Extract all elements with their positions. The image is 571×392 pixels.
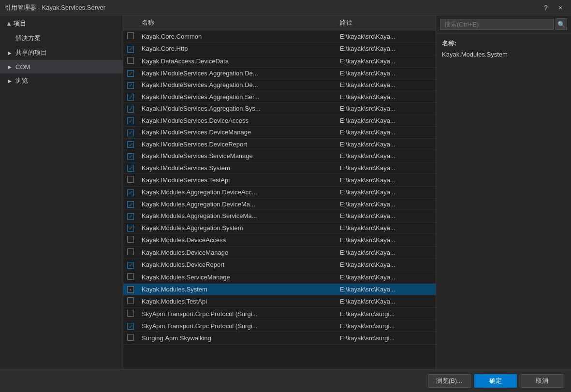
checkbox-cell[interactable] [123, 222, 137, 234]
checkbox[interactable] [127, 46, 134, 53]
checkbox[interactable] [127, 248, 134, 255]
checkbox[interactable] [127, 323, 134, 330]
checkbox-cell[interactable] [123, 271, 137, 283]
table-row[interactable]: Kayak.Modules.Aggregation.DeviceMa...E:\… [123, 198, 436, 210]
arrow-icon [6, 34, 14, 42]
sidebar-item-com[interactable]: ▶ COM [0, 60, 123, 73]
checkbox-cell[interactable] [123, 187, 137, 199]
table-row[interactable]: SkyApm.Transport.Grpc.Protocol (Surgi...… [123, 307, 436, 320]
detail-value: Kayak.Modules.System [442, 51, 565, 58]
table-row[interactable]: Kayak.IModuleServices.Aggregation.Sys...… [123, 103, 436, 115]
table-row[interactable]: Kayak.IModuleServices.ServiceManageE:\ka… [123, 150, 436, 162]
checkbox[interactable] [127, 273, 134, 280]
browse-button[interactable]: 浏览(B)... [428, 374, 470, 388]
table-row[interactable]: Kayak.Modules.DeviceManageE:\kayak\src\K… [123, 247, 436, 259]
reference-path: E:\kayak\src\Kaya... [335, 198, 436, 210]
table-row[interactable]: Kayak.IModuleServices.Aggregation.De...E… [123, 67, 436, 79]
table-row[interactable]: Kayak.Core.CommonE:\kayak\src\Kaya... [123, 30, 436, 43]
checkbox[interactable] [127, 286, 134, 293]
ok-button[interactable]: 确定 [474, 374, 517, 388]
checkbox-cell[interactable] [123, 103, 137, 115]
table-row[interactable]: Surging.Apm.SkywalkingE:\kayak\src\surgi… [123, 332, 436, 345]
col-name-header[interactable]: 名称 [137, 15, 335, 30]
checkbox-cell[interactable] [123, 43, 137, 55]
close-button[interactable]: × [555, 2, 566, 14]
checkbox-cell[interactable] [123, 91, 137, 103]
checkbox-cell[interactable] [123, 162, 137, 174]
table-row[interactable]: Kayak.DataAccess.DeviceDataE:\kayak\src\… [123, 55, 436, 67]
reference-name: Kayak.IModuleServices.TestApi [137, 174, 335, 187]
table-row[interactable]: Kayak.IModuleServices.Aggregation.Ser...… [123, 91, 436, 103]
checkbox-cell[interactable] [123, 332, 137, 345]
table-row[interactable]: Kayak.Modules.ServiceManageE:\kayak\src\… [123, 271, 436, 283]
checkbox-cell[interactable] [123, 234, 137, 247]
checkbox-cell[interactable] [123, 295, 137, 307]
checkbox[interactable] [127, 213, 134, 220]
checkbox[interactable] [127, 165, 134, 172]
checkbox[interactable] [127, 153, 134, 160]
search-bar: 🔍 [436, 15, 571, 33]
checkbox-cell[interactable] [123, 67, 137, 79]
table-row[interactable]: Kayak.Modules.SystemE:\kayak\src\Kaya... [123, 283, 436, 295]
checkbox-cell[interactable] [123, 138, 137, 150]
checkbox[interactable] [127, 334, 134, 341]
checkbox-cell[interactable] [123, 247, 137, 259]
sidebar-item-shared[interactable]: ▶ 共享的项目 [0, 45, 123, 60]
checkbox-cell[interactable] [123, 320, 137, 332]
arrow-icon: ▶ [6, 49, 14, 57]
checkbox[interactable] [127, 82, 134, 89]
table-row[interactable]: Kayak.IModuleServices.DeviceManageE:\kay… [123, 127, 436, 139]
checkbox[interactable] [127, 297, 134, 304]
search-input[interactable] [440, 19, 554, 30]
checkbox[interactable] [127, 262, 134, 269]
table-row[interactable]: Kayak.Modules.Aggregation.DeviceAcc...E:… [123, 187, 436, 199]
checkbox[interactable] [127, 310, 134, 317]
checkbox[interactable] [127, 225, 134, 232]
search-button[interactable]: 🔍 [556, 18, 567, 30]
sidebar-section-header[interactable]: ▲ 项目 [0, 15, 123, 31]
checkbox-cell[interactable] [123, 283, 137, 295]
checkbox-cell[interactable] [123, 127, 137, 139]
checkbox[interactable] [127, 176, 134, 183]
table-row[interactable]: Kayak.Modules.Aggregation.ServiceMa...E:… [123, 210, 436, 222]
table-row[interactable]: Kayak.IModuleServices.DeviceAccessE:\kay… [123, 115, 436, 127]
checkbox[interactable] [127, 106, 134, 113]
table-row[interactable]: Kayak.Modules.DeviceReportE:\kayak\src\K… [123, 259, 436, 271]
checkbox[interactable] [127, 201, 134, 208]
table-row[interactable]: Kayak.IModuleServices.SystemE:\kayak\src… [123, 162, 436, 174]
detail-area: 名称: Kayak.Modules.System [436, 33, 571, 369]
table-row[interactable]: Kayak.Modules.DeviceAccessE:\kayak\src\K… [123, 234, 436, 247]
table-row[interactable]: Kayak.Modules.Aggregation.SystemE:\kayak… [123, 222, 436, 234]
checkbox[interactable] [127, 130, 134, 136]
checkbox-cell[interactable] [123, 198, 137, 210]
checkbox-cell[interactable] [123, 174, 137, 187]
checkbox[interactable] [127, 94, 134, 101]
checkbox-cell[interactable] [123, 55, 137, 67]
checkbox[interactable] [127, 117, 134, 124]
checkbox[interactable] [127, 57, 134, 64]
reference-table-container[interactable]: 名称 路径 Kayak.Core.CommonE:\kayak\src\Kaya… [123, 15, 436, 369]
sidebar-item-browse[interactable]: ▶ 浏览 [0, 73, 123, 88]
table-row[interactable]: Kayak.Core.HttpE:\kayak\src\Kaya... [123, 43, 436, 55]
table-row[interactable]: Kayak.IModuleServices.Aggregation.De...E… [123, 79, 436, 91]
sidebar-item-solution[interactable]: 解决方案 [0, 31, 123, 45]
col-path-header[interactable]: 路径 [335, 15, 436, 30]
checkbox[interactable] [127, 236, 134, 243]
checkbox-cell[interactable] [123, 79, 137, 91]
checkbox[interactable] [127, 32, 134, 39]
checkbox[interactable] [127, 141, 134, 148]
table-row[interactable]: Kayak.IModuleServices.DeviceReportE:\kay… [123, 138, 436, 150]
cancel-button[interactable]: 取消 [521, 374, 563, 388]
checkbox-cell[interactable] [123, 115, 137, 127]
checkbox-cell[interactable] [123, 210, 137, 222]
table-row[interactable]: SkyApm.Transport.Grpc.Protocol (Surgi...… [123, 320, 436, 332]
table-row[interactable]: Kayak.IModuleServices.TestApiE:\kayak\sr… [123, 174, 436, 187]
checkbox-cell[interactable] [123, 259, 137, 271]
checkbox[interactable] [127, 70, 134, 77]
checkbox[interactable] [127, 189, 134, 196]
checkbox-cell[interactable] [123, 307, 137, 320]
checkbox-cell[interactable] [123, 30, 137, 43]
help-button[interactable]: ? [540, 2, 552, 14]
checkbox-cell[interactable] [123, 150, 137, 162]
table-row[interactable]: Kayak.Modules.TestApiE:\kayak\src\Kaya..… [123, 295, 436, 307]
